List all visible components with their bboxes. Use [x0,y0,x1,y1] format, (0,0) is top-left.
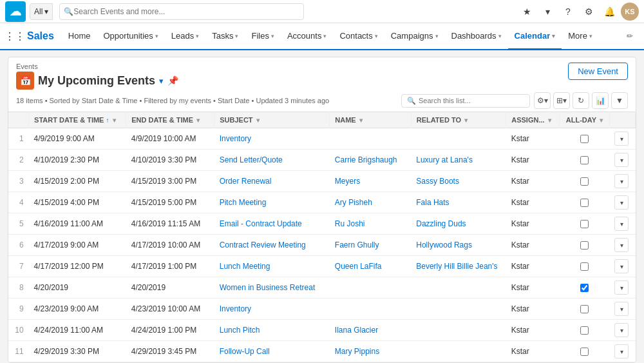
cell-action[interactable]: ▾ [609,362,635,363]
nav-item-calendar[interactable]: Calendar ▾ [508,23,562,50]
cell-action[interactable]: ▾ [609,277,635,299]
cell-action[interactable]: ▾ [609,128,635,150]
row-action-dropdown[interactable]: ▾ [614,344,629,358]
cell-action[interactable]: ▾ [609,256,635,277]
cell-allday[interactable] [559,128,609,150]
cell-name[interactable]: Ary Pisheh [330,192,411,213]
allday-checkbox[interactable] [580,262,589,271]
cell-name[interactable]: Ru Joshi [330,213,411,235]
global-search-input[interactable] [73,7,299,16]
cell-action[interactable]: ▾ [609,299,635,320]
allday-checkbox[interactable] [580,326,589,335]
row-action-dropdown[interactable]: ▾ [614,174,629,188]
cell-allday[interactable] [559,171,609,192]
chart-button[interactable]: 📊 [592,92,609,109]
row-action-dropdown[interactable]: ▾ [614,323,629,337]
nav-item-dashboards[interactable]: Dashboards ▾ [445,23,508,50]
cell-name[interactable]: Mary Pippins [330,341,411,362]
cell-name[interactable]: Queen LaFifa [330,256,411,277]
avatar[interactable]: KS [621,3,639,21]
row-action-dropdown[interactable]: ▾ [614,132,629,146]
row-action-dropdown[interactable]: ▾ [614,259,629,273]
col-header-assign[interactable]: ASSIGN... ▾ [506,112,560,128]
col-header-name[interactable]: NAME ▾ [330,112,411,128]
cell-allday[interactable] [559,362,609,363]
cell-name[interactable]: Meyers [330,171,411,192]
display-options-button[interactable]: ⊞▾ [553,92,570,109]
nav-item-contacts[interactable]: Contacts ▾ [333,23,384,50]
cell-related[interactable]: Meryl's Musings [411,362,506,363]
cell-action[interactable]: ▾ [609,235,635,256]
refresh-button[interactable]: ↻ [573,92,589,109]
col-header-start[interactable]: START DATE & TIME ↑ ▾ [29,112,126,128]
setup-icon[interactable]: ⚙ [580,3,598,21]
nav-item-tasks[interactable]: Tasks ▾ [205,23,245,50]
salesforce-logo[interactable]: ☁ [5,1,26,22]
cell-related[interactable]: Sassy Boots [411,171,506,192]
col-header-related[interactable]: RELATED TO ▾ [411,112,506,128]
search-list-input[interactable] [419,97,524,104]
cell-subject[interactable]: Order Renewal [214,171,330,192]
cell-related[interactable]: Luxury at Lana's [411,150,506,171]
cell-subject[interactable]: Contract Review Meeting [214,235,330,256]
nav-item-files[interactable]: Files ▾ [245,23,280,50]
allday-checkbox[interactable] [580,241,589,250]
cell-action[interactable]: ▾ [609,341,635,362]
allday-checkbox[interactable] [580,348,589,356]
cell-allday[interactable] [559,150,609,171]
cell-related[interactable]: Beverly Hill Billie Jean's [411,256,506,277]
row-action-dropdown[interactable]: ▾ [614,238,629,252]
new-event-button[interactable]: New Event [568,63,628,80]
allday-checkbox[interactable] [580,220,589,228]
cell-related[interactable]: Dazzling Duds [411,213,506,235]
cell-subject[interactable]: Inventory [214,128,330,150]
cell-subject[interactable]: Product Feedback Review [214,362,330,363]
row-action-dropdown[interactable]: ▾ [614,280,629,295]
cell-subject[interactable]: Pitch Meeting [214,192,330,213]
cell-subject[interactable]: Inventory [214,299,330,320]
cell-allday[interactable] [559,192,609,213]
nav-item-campaigns[interactable]: Campaigns ▾ [384,23,445,50]
cell-subject[interactable]: Email - Contract Update [214,213,330,235]
notifications-icon[interactable]: 🔔 [600,3,618,21]
cell-action[interactable]: ▾ [609,150,635,171]
cell-allday[interactable] [559,341,609,362]
cell-subject[interactable]: Women in Business Retreat [214,277,330,299]
cell-allday[interactable] [559,277,609,299]
cell-name[interactable]: Carrie Brigshaugh [330,150,411,171]
allday-checkbox[interactable] [580,284,589,292]
favorites-dropdown[interactable]: ▾ [538,3,556,21]
title-dropdown-icon[interactable]: ▾ [159,76,164,86]
nav-edit-icon[interactable]: ✏ [621,27,639,45]
allday-checkbox[interactable] [580,305,589,313]
col-header-subject[interactable]: SUBJECT ▾ [214,112,330,128]
settings-gear-button[interactable]: ⚙▾ [534,92,551,109]
row-action-dropdown[interactable]: ▾ [614,195,629,210]
nav-item-accounts[interactable]: Accounts ▾ [281,23,333,50]
cell-action[interactable]: ▾ [609,213,635,235]
allday-checkbox[interactable] [580,199,589,207]
cell-action[interactable]: ▾ [609,320,635,341]
pin-icon[interactable]: 📌 [167,75,178,86]
col-header-end[interactable]: END DATE & TIME ▾ [126,112,214,128]
cell-name[interactable]: Meryl Starstruck [330,362,411,363]
cell-action[interactable]: ▾ [609,171,635,192]
cell-subject[interactable]: Follow-Up Call [214,341,330,362]
cell-allday[interactable] [559,299,609,320]
favorites-icon[interactable]: ★ [518,3,536,21]
search-list-bar[interactable]: 🔍 [401,94,530,108]
allday-checkbox[interactable] [580,177,589,186]
cell-name[interactable]: Faern Ghully [330,235,411,256]
cell-related[interactable]: Fala Hats [411,192,506,213]
all-dropdown[interactable]: All ▾ [30,3,53,20]
row-action-dropdown[interactable]: ▾ [614,217,629,231]
row-action-dropdown[interactable]: ▾ [614,153,629,167]
cell-subject[interactable]: Lunch Pitch [214,320,330,341]
help-icon[interactable]: ? [559,3,577,21]
cell-subject[interactable]: Lunch Meeting [214,256,330,277]
cell-subject[interactable]: Send Letter/Quote [214,150,330,171]
allday-checkbox[interactable] [580,156,589,164]
cell-related[interactable]: Hollywood Rags [411,235,506,256]
cell-allday[interactable] [559,256,609,277]
filter-button[interactable]: ▼ [611,92,628,109]
